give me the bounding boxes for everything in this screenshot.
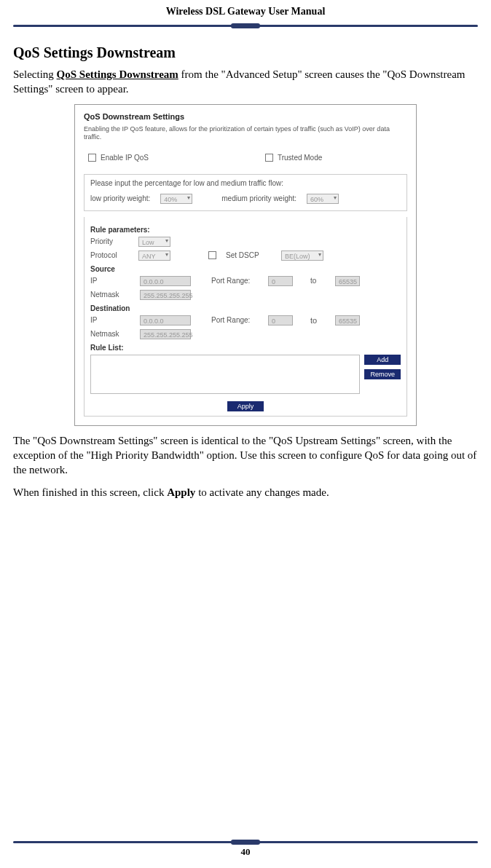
set-dscp-checkbox[interactable] (208, 251, 216, 259)
paragraph-2: The "QoS Downstream Settings" screen is … (13, 433, 478, 478)
para3-bold: Apply (167, 486, 195, 498)
dst-portrange-label: Port Range: (211, 316, 262, 324)
percentage-section: Please input the percentage for low and … (84, 174, 407, 211)
remove-button[interactable]: Remove (364, 369, 401, 379)
src-ip-input[interactable]: 0.0.0.0 (140, 276, 191, 286)
dst-port-to-input[interactable]: 65535 (335, 315, 360, 326)
dst-ip-label: IP (90, 316, 134, 324)
rule-list-head: Rule List: (90, 344, 401, 352)
bottom-divider (13, 841, 478, 843)
dst-port-from-input[interactable]: 0 (268, 315, 293, 326)
src-port-from-input[interactable]: 0 (268, 276, 293, 286)
percentage-prompt: Please input the percentage for low and … (90, 179, 401, 187)
trusted-mode-row: Trusted Mode (265, 151, 322, 165)
src-port-to-input[interactable]: 65535 (335, 276, 360, 286)
priority-select[interactable]: Low (138, 237, 170, 247)
dscp-select[interactable]: BE(Low) (281, 250, 323, 261)
dest-head: Destination (90, 304, 401, 312)
source-head: Source (90, 265, 401, 273)
dst-netmask-input[interactable]: 255.255.255.255 (140, 329, 191, 339)
protocol-label: Protocol (90, 251, 134, 259)
top-divider (13, 25, 478, 27)
dst-ip-input[interactable]: 0.0.0.0 (140, 315, 191, 326)
dst-netmask-label: Netmask (90, 330, 134, 338)
set-dscp-label: Set DSCP (226, 251, 277, 259)
rule-section: Rule parameters: Priority Low Protocol A… (84, 217, 407, 417)
para3-b: to activate any changes made. (195, 486, 329, 498)
rule-params-head: Rule parameters: (90, 226, 401, 234)
enable-ip-qos-checkbox[interactable] (88, 154, 96, 162)
ss-title: QoS Downstream Settings (84, 112, 407, 121)
med-weight-label: medium priority weight: (221, 194, 296, 202)
paragraph-3: When finished in this screen, click Appl… (13, 485, 478, 500)
section-heading: QoS Settings Downstream (13, 44, 478, 61)
intro-bold-link: QoS Settings Downstream (57, 68, 178, 80)
intro-text-a: Selecting (13, 68, 57, 80)
protocol-select[interactable]: ANY (138, 250, 170, 261)
priority-label: Priority (90, 237, 134, 245)
enable-ip-qos-label: Enable IP QoS (101, 154, 149, 162)
src-netmask-input[interactable]: 255.255.255.255 (140, 290, 191, 300)
doc-header: Wireless DSL Gateway User Manual (13, 0, 478, 17)
low-weight-select[interactable]: 40% (160, 194, 192, 204)
src-netmask-label: Netmask (90, 291, 134, 299)
src-port-to-word: to (310, 277, 329, 285)
apply-button[interactable]: Apply (227, 401, 264, 411)
low-weight-label: low priority weight: (90, 194, 150, 202)
dst-port-to-word: to (310, 316, 329, 325)
src-portrange-label: Port Range: (211, 277, 262, 285)
ss-description: Enabling the IP QoS feature, allows for … (84, 125, 407, 142)
page-number: 40 (13, 846, 478, 858)
para3-a: When finished in this screen, click (13, 486, 167, 498)
add-button[interactable]: Add (364, 355, 401, 365)
intro-paragraph: Selecting QoS Settings Downstream from t… (13, 67, 478, 97)
med-weight-select[interactable]: 60% (307, 194, 339, 204)
src-ip-label: IP (90, 277, 134, 285)
enable-ip-qos-row: Enable IP QoS (88, 151, 149, 165)
trusted-mode-checkbox[interactable] (265, 154, 273, 162)
qos-screenshot: QoS Downstream Settings Enabling the IP … (74, 104, 417, 426)
trusted-mode-label: Trusted Mode (278, 154, 322, 162)
rule-list-box[interactable] (90, 355, 360, 394)
